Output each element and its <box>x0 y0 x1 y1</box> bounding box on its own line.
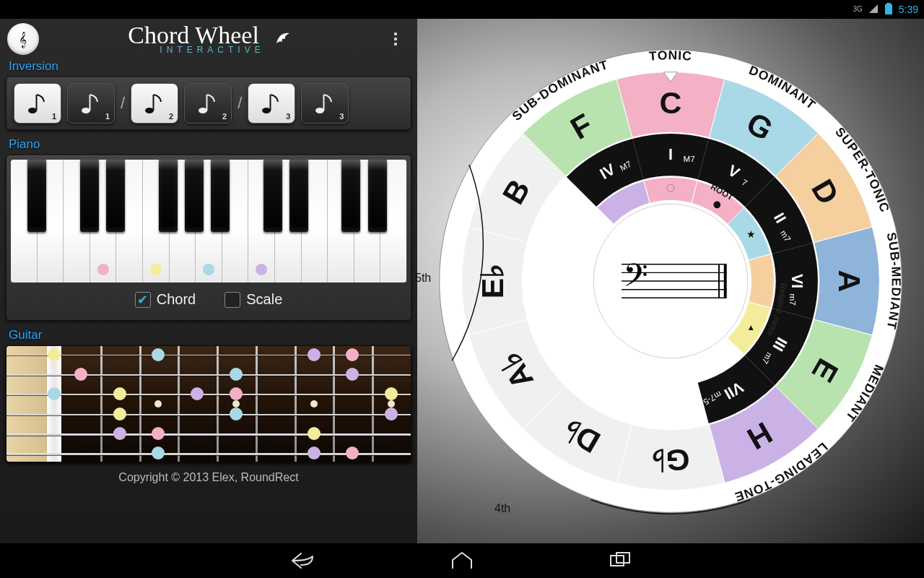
copyright-text: Copyright © 2013 Elex, RoundRect <box>4 468 413 486</box>
piano-note-dot <box>150 264 162 275</box>
inversion-card-5[interactable]: 3 <box>248 83 295 124</box>
svg-text:TONIC: TONIC <box>648 48 692 63</box>
inversion-separator: / <box>237 94 242 113</box>
svg-point-9 <box>199 108 207 113</box>
svg-point-7 <box>145 108 154 113</box>
svg-rect-14 <box>323 95 325 111</box>
svg-rect-8 <box>153 95 154 111</box>
black-key[interactable] <box>159 160 178 232</box>
fifth-hint: 5th <box>415 272 431 285</box>
scale-checkbox[interactable]: Scale <box>225 291 282 308</box>
black-key[interactable] <box>263 160 282 232</box>
app-title: Chord Wheel <box>39 24 385 46</box>
svg-text:C: C <box>660 85 682 120</box>
chord-wheel[interactable]: 5th 4th TONICDOMINANTSUPER-TONICSUB-MEDI… <box>432 43 909 519</box>
svg-rect-62 <box>724 264 727 298</box>
recent-apps-button[interactable] <box>606 546 635 575</box>
svg-rect-6 <box>90 95 91 111</box>
svg-rect-10 <box>206 95 208 111</box>
svg-text:I: I <box>668 146 673 163</box>
app-header: 𝄞 Chord Wheel INTERACTIVE <box>4 19 413 58</box>
inversion-card-1[interactable]: 1 <box>14 83 61 124</box>
battery-icon <box>884 3 893 17</box>
svg-text:VI: VI <box>788 274 806 288</box>
svg-text:𝄢: 𝄢 <box>623 258 648 301</box>
black-key[interactable] <box>27 160 46 232</box>
home-button[interactable] <box>448 546 476 575</box>
black-key[interactable] <box>368 160 387 232</box>
black-key[interactable] <box>185 160 204 232</box>
guitar-panel <box>6 345 411 462</box>
piano-note-dot <box>97 264 109 275</box>
clock-time: 5:39 <box>899 4 918 15</box>
svg-text:★: ★ <box>746 229 756 240</box>
svg-point-11 <box>262 108 271 113</box>
inversion-card-2[interactable]: 1 <box>67 83 115 124</box>
status-bar: 3G 5:39 <box>0 0 924 19</box>
app-subtitle: INTERACTIVE <box>39 45 385 55</box>
black-key[interactable] <box>341 160 360 232</box>
inversion-card-3[interactable]: 2 <box>131 83 178 124</box>
black-key[interactable] <box>211 160 230 232</box>
black-key[interactable] <box>106 160 125 232</box>
network-label: 3G <box>853 6 862 13</box>
back-button[interactable] <box>289 546 318 575</box>
black-key[interactable] <box>289 160 308 232</box>
guitar-label: Guitar <box>4 327 413 344</box>
svg-rect-12 <box>270 95 271 111</box>
guitar-fretboard[interactable] <box>6 346 411 462</box>
inversion-card-4[interactable]: 2 <box>184 83 232 124</box>
fourth-hint: 4th <box>494 502 510 515</box>
svg-point-52 <box>713 202 720 209</box>
svg-text:▲: ▲ <box>747 322 756 332</box>
piano-note-dot <box>256 264 267 275</box>
svg-text:A: A <box>832 270 867 293</box>
svg-text:M7: M7 <box>683 154 694 163</box>
piano-label: Piano <box>4 136 413 153</box>
svg-rect-0 <box>886 3 891 4</box>
inversion-panel: 11/22/33 <box>6 77 411 130</box>
svg-rect-4 <box>36 95 38 111</box>
inversion-separator: / <box>121 94 125 113</box>
right-panel: 5th 4th TONICDOMINANTSUPER-TONICSUB-MEDI… <box>417 19 924 543</box>
overflow-menu-button[interactable] <box>385 29 406 49</box>
piano-panel: Chord Scale <box>6 155 411 321</box>
svg-point-3 <box>28 108 37 113</box>
svg-rect-1 <box>885 4 892 14</box>
svg-point-13 <box>315 108 324 113</box>
svg-text:G♭: G♭ <box>651 443 689 478</box>
nav-bar <box>0 543 924 578</box>
svg-point-5 <box>82 108 90 113</box>
inversion-card-6[interactable]: 3 <box>301 83 349 124</box>
signal-icon <box>868 4 879 16</box>
svg-rect-63 <box>718 264 720 298</box>
piano-keyboard[interactable] <box>11 160 406 282</box>
chord-checkbox[interactable]: Chord <box>135 291 196 308</box>
app-icon[interactable]: 𝄞 <box>7 23 39 55</box>
black-key[interactable] <box>80 160 99 232</box>
svg-text:m7: m7 <box>788 293 798 305</box>
inversion-label: Inversion <box>4 58 413 75</box>
svg-text:𝄞: 𝄞 <box>19 31 27 48</box>
left-panel: 𝄞 Chord Wheel INTERACTIVE Inversion 11/2… <box>0 19 417 543</box>
piano-note-dot <box>203 264 214 275</box>
